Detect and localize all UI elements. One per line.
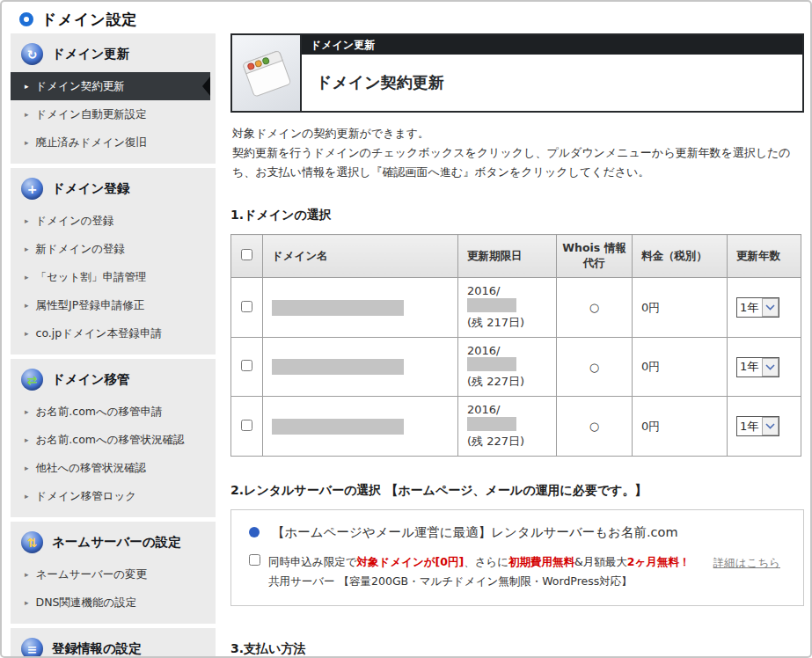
- promo-segment-red: 初期費用無料: [508, 555, 574, 568]
- promo-segment: 、さらに: [464, 555, 508, 568]
- triangle-bullet-icon: ▸: [25, 242, 29, 256]
- triangle-bullet-icon: ▸: [25, 405, 29, 419]
- sidebar-item-jp-registration-fix[interactable]: ▸ 属性型JP登録申請修正: [11, 291, 216, 319]
- content-header: ドメイン更新 ドメイン契約更新: [230, 33, 804, 113]
- triangle-bullet-icon: ▸: [25, 596, 29, 610]
- dropdown-arrow-icon: [762, 417, 779, 435]
- sidebar-section-header: ⇅ ネームサーバーの設定: [11, 523, 216, 560]
- sidebar-item-transfer-in-request[interactable]: ▸ お名前.comへの移管申請: [11, 398, 216, 426]
- row-checkbox[interactable]: [241, 420, 252, 431]
- triangle-bullet-icon: ▸: [25, 489, 29, 503]
- server-option-row[interactable]: 【ホームページやメール運営に最適】レンタルサーバーもお名前.com: [249, 524, 787, 541]
- sidebar-section-header: ≡ 登録情報の設定: [11, 630, 216, 658]
- server-spec-text: 共用サーバー 【容量200GB・マルチドメイン無制限・WordPress対応】: [268, 572, 690, 591]
- sidebar-item-auto-renewal-settings[interactable]: ▸ ドメイン自動更新設定: [11, 100, 216, 128]
- sidebar-item-restore-expired-domain[interactable]: ▸ 廃止済みドメイン復旧: [11, 128, 216, 157]
- redacted-date: [467, 298, 516, 312]
- window-frame: ドメイン設定 ↻ ドメイン更新 ▸ ドメイン契約更新 ▸ ドメイン自動更新設定 …: [0, 0, 812, 658]
- triangle-bullet-icon: ▸: [25, 433, 29, 447]
- dropdown-arrow-icon: [762, 298, 779, 317]
- sidebar-item-nameserver-change[interactable]: ▸ ネームサーバーの変更: [11, 560, 216, 589]
- expiry-date: 2016/: [467, 284, 500, 297]
- category-tab: ドメイン更新: [302, 35, 802, 55]
- price: 0円: [633, 278, 728, 338]
- redacted-date: [467, 357, 516, 371]
- sidebar-item-set-discount-management[interactable]: ▸ 「セット割」申請管理: [11, 263, 216, 291]
- sidebar-item-transfer-out-status[interactable]: ▸ 他社への移管状況確認: [11, 454, 216, 482]
- sidebar-item-domain-contract-renewal[interactable]: ▸ ドメイン契約更新: [11, 72, 210, 100]
- sidebar-section-title: ドメイン更新: [52, 46, 129, 62]
- globe-nameserver-icon: ⇅: [21, 531, 43, 553]
- sidebar: ↻ ドメイン更新 ▸ ドメイン契約更新 ▸ ドメイン自動更新設定 ▸ 廃止済みド…: [11, 33, 216, 658]
- plus-orb-icon: +: [21, 178, 43, 200]
- globe-document-icon: ≡: [21, 638, 43, 658]
- sidebar-item-label: co.jpドメイン本登録申請: [36, 326, 162, 340]
- renewal-years-select[interactable]: 1年: [736, 357, 779, 377]
- section3-heading: 3.支払い方法: [230, 641, 804, 657]
- sidebar-item-label: 属性型JP登録申請修正: [36, 298, 145, 312]
- row-checkbox[interactable]: [241, 301, 252, 312]
- sidebar-item-label: 他社への移管状況確認: [36, 461, 147, 475]
- days-remaining: (残 217日): [467, 315, 547, 331]
- details-link[interactable]: 詳細はこちら: [713, 556, 780, 571]
- promo-segment: &月額最大: [574, 555, 627, 568]
- whois-proxy-status: ○: [557, 337, 633, 397]
- sidebar-item-transfer-lock[interactable]: ▸ ドメイン移管ロック: [11, 482, 216, 510]
- selected-years: 1年: [737, 419, 762, 435]
- col-header-domain: ドメイン名: [263, 235, 458, 278]
- promo-segment-red: 対象ドメインが[0円]: [357, 555, 465, 568]
- sidebar-item-label: 新ドメインの登録: [36, 242, 125, 256]
- sidebar-section-title: 登録情報の設定: [52, 640, 142, 657]
- triangle-bullet-icon: ▸: [25, 107, 29, 121]
- expiry-date: 2016/: [467, 344, 500, 357]
- renewal-years-select[interactable]: 1年: [736, 416, 779, 436]
- promo-segment: 同時申込み限定で: [268, 555, 357, 568]
- sidebar-item-label: DNS関連機能の設定: [36, 596, 137, 610]
- sidebar-section-domain-transfer: ⇄ ドメイン移管 ▸ お名前.comへの移管申請 ▸ お名前.comへの移管状況…: [11, 359, 216, 517]
- select-all-checkbox[interactable]: [241, 249, 252, 260]
- sidebar-item-label: お名前.comへの移管状況確認: [36, 433, 185, 447]
- blue-bullet-icon: [249, 527, 260, 537]
- sidebar-section-title: ドメイン登録: [52, 180, 129, 197]
- globe-transfer-icon: ⇄: [21, 369, 43, 391]
- sidebar-item-transfer-in-status[interactable]: ▸ お名前.comへの移管状況確認: [11, 426, 216, 454]
- rental-server-box: 【ホームページやメール運営に最適】レンタルサーバーもお名前.com 同時申込み限…: [230, 509, 804, 606]
- sidebar-item-new-domain-register[interactable]: ▸ 新ドメインの登録: [11, 235, 216, 263]
- sidebar-section-domain-registration: + ドメイン登録 ▸ ドメインの登録 ▸ 新ドメインの登録 ▸ 「セット割」申請…: [11, 168, 216, 355]
- days-remaining: (残 227日): [467, 374, 547, 390]
- redacted-date: [467, 417, 516, 431]
- row-checkbox[interactable]: [241, 360, 252, 371]
- sidebar-item-label: お名前.comへの移管申請: [36, 405, 163, 419]
- sidebar-item-cojp-main-registration[interactable]: ▸ co.jpドメイン本登録申請: [11, 319, 216, 347]
- section2-heading: 2.レンタルサーバーの選択 【ホームページ、メールの運用に必要です。】: [230, 483, 804, 499]
- triangle-bullet-icon: ▸: [25, 326, 29, 340]
- col-header-whois: Whois 情報代行: [557, 235, 633, 278]
- whois-proxy-status: ○: [557, 397, 633, 457]
- domain-table: ドメイン名 更新期限日 Whois 情報代行 料金（税別） 更新年数 2016/…: [230, 234, 801, 457]
- selected-years: 1年: [737, 300, 762, 316]
- table-row: 2016/ (残 227日) ○ 0円 1年: [231, 397, 801, 457]
- table-header-row: ドメイン名 更新期限日 Whois 情報代行 料金（税別） 更新年数: [231, 235, 801, 278]
- page-title: ドメイン設定: [41, 10, 138, 30]
- sidebar-section-header: ⇄ ドメイン移管: [11, 361, 216, 398]
- col-header-price: 料金（税別）: [633, 235, 728, 278]
- days-remaining: (残 227日): [467, 434, 547, 450]
- price: 0円: [633, 397, 728, 457]
- triangle-bullet-icon: ▸: [25, 214, 29, 228]
- triangle-bullet-icon: ▸: [25, 135, 29, 150]
- triangle-bullet-icon: ▸: [25, 270, 29, 284]
- renewal-years-select[interactable]: 1年: [736, 297, 779, 318]
- content-title: ドメイン契約更新: [302, 55, 802, 111]
- section1-heading: 1.ドメインの選択: [230, 208, 804, 223]
- intro-text: 対象ドメインの契約更新ができます。 契約更新を行うドメインのチェックボックスをク…: [232, 124, 802, 181]
- server-apply-checkbox[interactable]: [249, 554, 260, 566]
- table-row: 2016/ (残 217日) ○ 0円 1年: [231, 278, 801, 338]
- redacted-domain-name: [272, 419, 404, 435]
- sidebar-item-domain-register[interactable]: ▸ ドメインの登録: [11, 207, 216, 235]
- sidebar-item-dns-settings[interactable]: ▸ DNS関連機能の設定: [11, 589, 216, 617]
- triangle-bullet-icon: ▸: [25, 567, 29, 581]
- whois-proxy-status: ○: [557, 278, 633, 338]
- main-content: ドメイン更新 ドメイン契約更新 対象ドメインの契約更新ができます。 契約更新を行…: [230, 33, 804, 658]
- sidebar-section-header: ↻ ドメイン更新: [11, 35, 216, 72]
- intro-line: 対象ドメインの契約更新ができます。: [232, 124, 802, 143]
